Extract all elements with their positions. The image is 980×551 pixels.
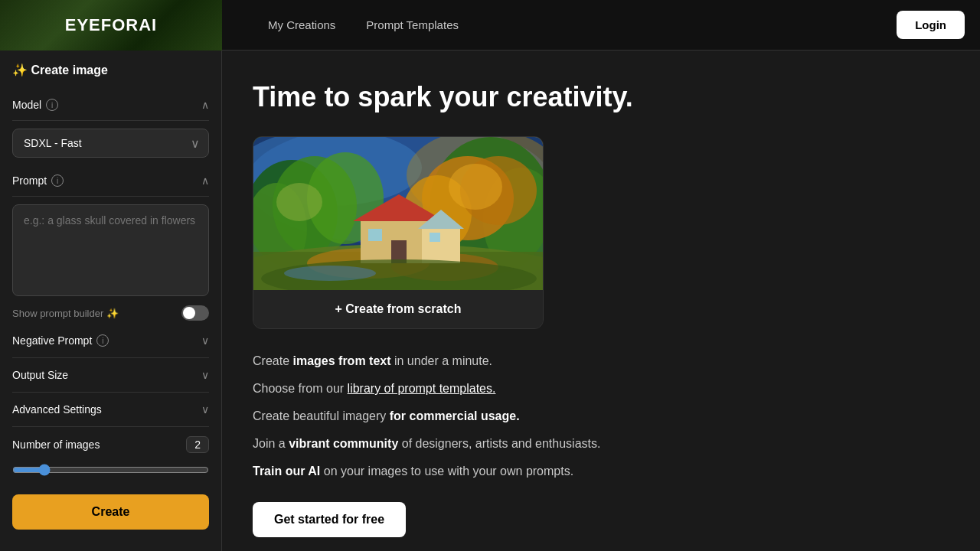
create-card[interactable]: + Create from scratch xyxy=(253,136,544,329)
advanced-settings-chevron-icon: ∨ xyxy=(201,403,209,416)
output-size-chevron-icon: ∨ xyxy=(201,369,209,381)
login-button[interactable]: Login xyxy=(897,11,965,39)
model-section-header[interactable]: Model i ∧ xyxy=(12,90,209,121)
prompt-label: Prompt i xyxy=(12,174,64,187)
hero-title: Time to spark your creativity. xyxy=(253,81,949,113)
prompt-section-header[interactable]: Prompt i ∧ xyxy=(12,165,209,197)
svg-point-27 xyxy=(276,183,322,221)
feature-images-from-text: Create images from text in under a minut… xyxy=(253,352,949,370)
num-images-header: Number of images 2 xyxy=(12,436,209,453)
feature-list: Create images from text in under a minut… xyxy=(253,352,949,481)
feature-community: Join a vibrant community of designers, a… xyxy=(253,435,949,453)
output-size-section: Output Size ∨ xyxy=(12,358,209,393)
svg-rect-22 xyxy=(368,229,382,241)
prompt-builder-label: Show prompt builder ✨ xyxy=(12,308,119,319)
nav-my-creations[interactable]: My Creations xyxy=(268,18,335,31)
negative-prompt-header[interactable]: Negative Prompt i ∨ xyxy=(12,324,209,357)
num-images-badge: 2 xyxy=(186,436,209,453)
svg-rect-23 xyxy=(430,233,440,242)
prompt-chevron-icon: ∧ xyxy=(201,174,209,187)
cta-button[interactable]: Get started for free xyxy=(253,502,406,537)
nav-links: My Creations Prompt Templates xyxy=(268,18,459,31)
negative-prompt-info-icon[interactable]: i xyxy=(96,334,109,347)
num-images-slider[interactable] xyxy=(12,464,209,476)
logo-background: EYEFORAI xyxy=(0,0,222,51)
svg-point-26 xyxy=(449,164,502,210)
feature-train-ai: Train our AI on your images to use with … xyxy=(253,462,949,481)
create-from-scratch-label: + Create from scratch xyxy=(335,302,462,315)
model-info-icon[interactable]: i xyxy=(46,99,58,111)
output-size-label: Output Size xyxy=(12,369,68,381)
prompt-textarea[interactable] xyxy=(12,204,209,296)
num-images-label: Number of images xyxy=(12,439,100,451)
negative-prompt-label: Negative Prompt i xyxy=(12,334,109,347)
feature-commercial: Create beautiful imagery for commercial … xyxy=(253,407,949,425)
num-images-section: Number of images 2 xyxy=(12,436,209,488)
prompt-builder-row: Show prompt builder ✨ xyxy=(12,302,209,324)
sidebar: ✨ Create image Model i ∧ SDXL - Fast SDX… xyxy=(0,51,222,551)
artwork-svg xyxy=(253,137,543,290)
advanced-settings-header[interactable]: Advanced Settings ∨ xyxy=(12,393,209,426)
create-button[interactable]: Create xyxy=(12,494,209,530)
svg-point-25 xyxy=(284,266,376,281)
advanced-settings-label: Advanced Settings xyxy=(12,403,102,416)
negative-prompt-section: Negative Prompt i ∨ xyxy=(12,324,209,358)
logo-text: EYEFORAI xyxy=(65,15,157,35)
toggle-knob xyxy=(183,307,195,319)
create-card-footer: + Create from scratch xyxy=(253,290,543,328)
advanced-settings-section: Advanced Settings ∨ xyxy=(12,393,209,427)
content-area: Time to spark your creativity. xyxy=(222,51,980,551)
negative-prompt-chevron-icon: ∨ xyxy=(201,334,209,347)
model-select[interactable]: SDXL - Fast SDXL - Standard SDXL - Quali… xyxy=(12,129,209,158)
model-label: Model i xyxy=(12,99,58,111)
prompt-builder-toggle[interactable] xyxy=(181,305,209,321)
output-size-header[interactable]: Output Size ∨ xyxy=(12,358,209,392)
header-right: Login xyxy=(897,11,965,39)
sidebar-title: ✨ Create image xyxy=(12,63,209,77)
svg-rect-19 xyxy=(422,229,460,263)
prompt-templates-link[interactable]: library of prompt templates. xyxy=(348,382,496,395)
prompt-info-icon[interactable]: i xyxy=(51,174,64,187)
nav-prompt-templates[interactable]: Prompt Templates xyxy=(366,18,459,31)
model-chevron-icon: ∧ xyxy=(201,99,209,111)
model-select-wrapper: SDXL - Fast SDXL - Standard SDXL - Quali… xyxy=(12,129,209,158)
feature-prompt-templates: Choose from our library of prompt templa… xyxy=(253,380,949,398)
create-card-image xyxy=(253,137,543,290)
